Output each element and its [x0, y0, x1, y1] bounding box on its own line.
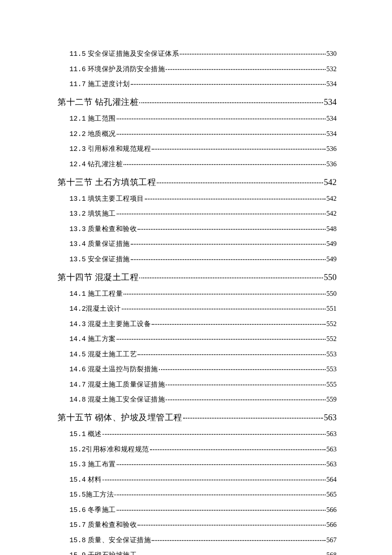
toc-subsection-title: 施工范围 — [88, 115, 116, 122]
toc-subsection-title: 混凝土施工质量保证措施 — [88, 381, 165, 388]
toc-entry-title: 13.2 填筑施工 — [69, 209, 116, 218]
toc-section-number: 第十二节 — [58, 97, 92, 107]
toc-leader-dots — [102, 475, 326, 482]
toc-entry-title: 13.4 质量保证措施 — [69, 240, 130, 249]
toc-entry-title: 15.2引用标准和规程规范 — [69, 445, 149, 454]
toc-entry-title: 14.7 混凝土施工质量保证措施 — [69, 380, 165, 389]
toc-entry-title: 11.7 施工进度计划 — [69, 80, 130, 89]
toc-entry: 第十二节 钻孔灌注桩534 — [58, 96, 337, 108]
toc-leader-dots — [138, 96, 324, 105]
toc-subsection-title: 质量保证措施 — [88, 240, 130, 247]
toc-entry: 15.2引用标准和规程规范563 — [58, 445, 337, 454]
toc-entry-title: 13.3 质量检查和验收 — [69, 225, 137, 234]
toc-subsection-title: 施工方案 — [88, 335, 116, 342]
toc-subsection-title: 环境保护及消防安全措施 — [88, 65, 165, 72]
toc-subsection-number: 15.9 — [69, 552, 86, 555]
toc-subsection-number: 15.3 — [69, 461, 86, 468]
toc-page-number: 542 — [326, 195, 337, 202]
toc-subsection-number: 15.4 — [69, 476, 86, 484]
toc-entry-title: 15.4 材料 — [69, 475, 102, 484]
toc-subsection-number: 15.8 — [69, 537, 86, 544]
toc-entry-title: 14.3 混凝土主要施工设备 — [69, 320, 151, 329]
toc-entry-title: 第十三节 土石方填筑工程 — [58, 176, 156, 188]
toc-subsection-number: 15.5 — [69, 491, 86, 499]
toc-entry-title: 14.1 施工工程量 — [69, 289, 123, 298]
toc-subsection-number: 15.6 — [69, 506, 86, 514]
toc-subsection-title: 材料 — [88, 476, 102, 483]
toc-entry: 12.1 施工范围534 — [58, 114, 337, 123]
toc-page-number: 549 — [326, 255, 337, 263]
toc-subsection-title: 引用标准和规程规范 — [86, 445, 149, 453]
toc-subsection-title: 施工布置 — [88, 460, 116, 468]
toc-entry-title: 14.5 混凝土施工工艺 — [69, 350, 137, 359]
toc-entry: 第十三节 土石方填筑工程542 — [58, 176, 337, 188]
toc-subsection-number: 12.3 — [69, 145, 86, 153]
toc-leader-dots — [123, 289, 326, 296]
toc-subsection-title: 安全保证措施及安全保证体系 — [88, 50, 179, 57]
toc-entry: 11.7 施工进度计划534 — [58, 79, 337, 89]
toc-subsection-title: 安全保证措施 — [88, 255, 130, 263]
toc-entry: 14.1 施工工程量550 — [58, 289, 337, 298]
toc-leader-dots — [151, 535, 326, 542]
toc-subsection-title: 地质概况 — [88, 130, 116, 137]
toc-subsection-number: 11.6 — [69, 66, 86, 73]
toc-page-number: 542 — [326, 210, 337, 217]
toc-page-number: 563 — [324, 413, 337, 422]
toc-page-number: 553 — [326, 365, 337, 373]
toc-leader-dots — [151, 144, 326, 151]
toc-entry: 第十五节 砌体、护坡及埋管工程563 — [58, 412, 337, 423]
toc-subsection-title: 冬季施工 — [88, 506, 116, 513]
toc-entry: 11.5 安全保证措施及安全保证体系530 — [58, 49, 337, 58]
toc-entry-title: 15.7 质量检查和验收 — [69, 520, 137, 529]
toc-subsection-title: 混凝土施工安全保证措施 — [88, 396, 165, 403]
toc-page-number: 553 — [326, 350, 337, 358]
toc-page-number: 564 — [326, 476, 337, 483]
toc-section-title: 钻孔灌注桩 — [95, 97, 139, 107]
toc-subsection-number: 15.1 — [69, 431, 86, 438]
toc-subsection-title: 填筑主要工程项目 — [88, 195, 144, 202]
toc-leader-dots — [179, 49, 326, 56]
toc-page-number: 534 — [326, 80, 337, 88]
toc-entry: 13.5 安全保证措施549 — [58, 254, 337, 264]
toc-entry: 15.7 质量检查和验收566 — [58, 520, 337, 529]
toc-subsection-number: 14.2 — [69, 305, 86, 313]
toc-page-number: 568 — [326, 551, 337, 555]
toc-subsection-title: 钻孔灌注桩 — [88, 160, 123, 168]
toc-entry: 15.1 概述563 — [58, 429, 337, 439]
toc-page-number: 559 — [326, 396, 337, 403]
toc-leader-dots — [102, 429, 326, 436]
toc-page-number: 551 — [326, 305, 337, 312]
toc-entry: 13.2 填筑施工542 — [58, 209, 337, 218]
toc-entry-title: 15.5施工方法 — [69, 490, 114, 499]
toc-subsection-number: 12.1 — [69, 115, 86, 123]
toc-entry: 13.4 质量保证措施549 — [58, 239, 337, 249]
toc-entry-title: 12.4 钻孔灌注桩 — [69, 160, 123, 169]
toc-entry: 15.5施工方法565 — [58, 490, 337, 499]
toc-page-number: 566 — [326, 506, 337, 514]
toc-entry-title: 14.6 混凝土温控与防裂措施 — [69, 365, 158, 374]
toc-entry-title: 15.3 施工布置 — [69, 460, 116, 469]
toc-entry: 14.4 施工方案552 — [58, 334, 337, 344]
toc-entry: 11.6 环境保护及消防安全措施532 — [58, 64, 337, 74]
toc-page-number: 534 — [326, 115, 337, 122]
toc-page-number: 542 — [324, 177, 337, 187]
toc-entry: 12.3 引用标准和规范规程536 — [58, 144, 337, 153]
toc-page-number: 552 — [326, 335, 337, 343]
toc-subsection-number: 12.2 — [69, 130, 86, 138]
toc-subsection-title: 施工方法 — [86, 491, 114, 498]
toc-subsection-number: 13.2 — [69, 210, 86, 218]
toc-page-number: 532 — [326, 65, 337, 73]
toc-section-title: 混凝土工程 — [95, 272, 139, 282]
toc-leader-dots — [165, 64, 326, 71]
toc-entry: 15.8 质量、安全保证措施567 — [58, 535, 337, 545]
toc-entry-title: 12.2 地质概况 — [69, 130, 116, 139]
toc-leader-dots — [156, 176, 324, 185]
toc-subsection-title: 混凝土主要施工设备 — [88, 320, 151, 327]
toc-entry: 15.6 冬季施工566 — [58, 505, 337, 515]
toc-page-number: 548 — [326, 225, 337, 233]
toc-subsection-title: 概述 — [88, 430, 102, 437]
toc-section-number: 第十五节 — [58, 413, 92, 422]
toc-subsection-title: 引用标准和规范规程 — [88, 145, 151, 152]
toc-entry: 14.5 混凝土施工工艺553 — [58, 350, 337, 359]
toc-leader-dots — [116, 114, 326, 121]
